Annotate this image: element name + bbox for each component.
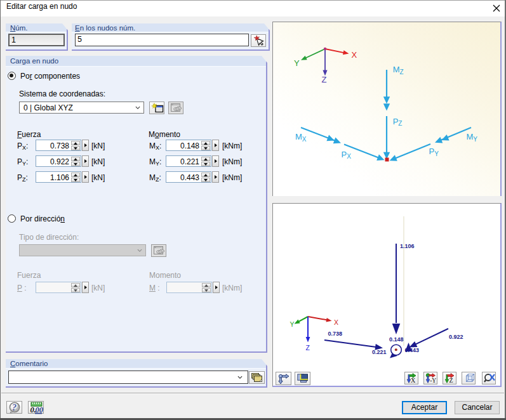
svg-text:MY: MY xyxy=(467,132,478,143)
svg-text:1.106: 1.106 xyxy=(400,243,415,249)
svg-text:PX: PX xyxy=(342,150,352,161)
svg-text:MZ: MZ xyxy=(393,65,404,75)
svg-text:Z: Z xyxy=(306,344,310,351)
svg-text:X: X xyxy=(411,377,416,384)
svg-text:0.738: 0.738 xyxy=(328,331,343,337)
svg-text:PZ: PZ xyxy=(393,117,403,128)
svg-text:Z: Z xyxy=(449,377,453,384)
svg-text:PY: PY xyxy=(429,147,439,157)
svg-text:0.221: 0.221 xyxy=(372,349,387,355)
svg-text:X: X xyxy=(352,50,357,60)
svg-text:Z: Z xyxy=(322,75,327,84)
svg-text:MX: MX xyxy=(295,132,307,143)
svg-text:00: 00 xyxy=(36,405,44,414)
svg-text:0.922: 0.922 xyxy=(449,334,463,340)
svg-text:X: X xyxy=(334,318,338,326)
svg-text:-Y: -Y xyxy=(430,377,436,384)
svg-text:0.443: 0.443 xyxy=(405,347,420,353)
svg-text:Y: Y xyxy=(290,320,295,328)
svg-text:?: ? xyxy=(12,403,17,412)
svg-text:0.148: 0.148 xyxy=(389,336,404,343)
svg-text:Y: Y xyxy=(294,58,300,68)
